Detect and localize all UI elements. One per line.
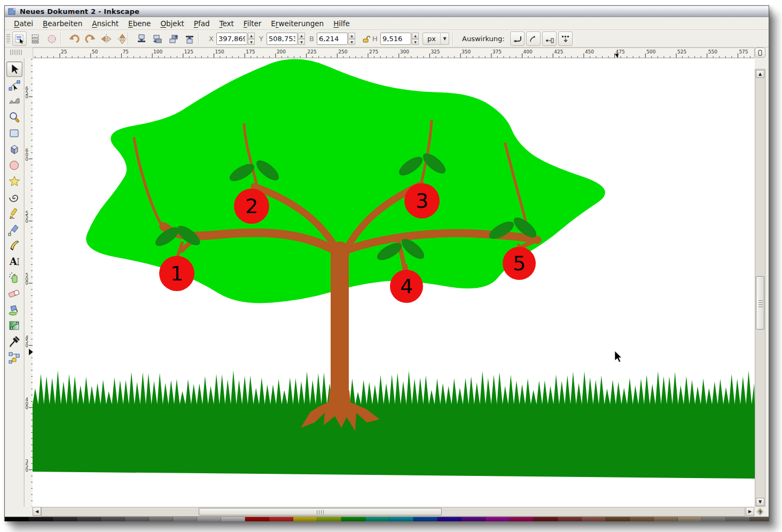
- palette-swatch[interactable]: [606, 517, 630, 521]
- star-tool[interactable]: [6, 174, 22, 189]
- horizontal-ruler[interactable]: 2550751001251501752002252502753003253503…: [33, 48, 755, 58]
- raise-to-top-button[interactable]: [182, 32, 197, 46]
- palette-swatch[interactable]: [630, 517, 654, 521]
- menu-text[interactable]: Text: [215, 18, 239, 29]
- selector-tool[interactable]: [6, 61, 22, 77]
- palette-swatch[interactable]: [510, 517, 534, 521]
- paint-bucket-tool[interactable]: [6, 302, 22, 317]
- connector-tool[interactable]: [6, 350, 22, 365]
- palette-swatch[interactable]: [750, 517, 769, 521]
- box-3d-tool[interactable]: [6, 142, 22, 157]
- palette-swatch[interactable]: [654, 517, 678, 521]
- rotate-cw-button[interactable]: [83, 32, 97, 46]
- palette-swatch[interactable]: [197, 517, 221, 521]
- y-spinner[interactable]: ▲▼: [298, 33, 305, 45]
- affect-stroke-width-button[interactable]: [510, 32, 525, 46]
- pencil-tool[interactable]: [6, 206, 22, 221]
- palette-swatch[interactable]: [77, 517, 101, 521]
- palette-swatch[interactable]: [437, 517, 462, 521]
- menu-objekt[interactable]: Objekt: [155, 18, 189, 29]
- horizontal-scrollbar[interactable]: [41, 507, 745, 517]
- sticky-zoom-button[interactable]: [755, 48, 765, 58]
- palette-swatch[interactable]: [125, 517, 149, 521]
- palette-swatch[interactable]: [486, 517, 510, 521]
- ellipse-tool[interactable]: [6, 158, 22, 173]
- vertical-ruler[interactable]: 650600550500450400350: [24, 58, 33, 507]
- height-spinner[interactable]: ▲▼: [412, 33, 419, 45]
- width-field[interactable]: [317, 33, 348, 45]
- toolbox-grip[interactable]: [10, 50, 22, 55]
- deselect-button[interactable]: [44, 32, 59, 46]
- x-spinner[interactable]: ▲▼: [248, 33, 255, 45]
- dropper-tool[interactable]: [6, 334, 22, 349]
- calligraphy-tool[interactable]: [6, 238, 22, 253]
- menu-erweiterungen[interactable]: Erweiterungen: [266, 18, 329, 29]
- spiral-tool[interactable]: [6, 190, 22, 205]
- palette-swatch[interactable]: [173, 517, 197, 521]
- eraser-tool[interactable]: [6, 286, 22, 301]
- palette-swatch[interactable]: [678, 517, 702, 521]
- menu-datei[interactable]: Datei: [9, 18, 38, 29]
- palette-swatch[interactable]: [462, 517, 486, 521]
- palette-swatch[interactable]: [582, 517, 606, 521]
- palette-swatch[interactable]: [702, 517, 726, 521]
- menu-ebene[interactable]: Ebene: [123, 18, 155, 29]
- palette-swatch[interactable]: [245, 517, 269, 521]
- text-tool[interactable]: A: [6, 254, 22, 269]
- menu-filter[interactable]: Filter: [239, 18, 266, 29]
- spray-tool[interactable]: [6, 270, 22, 285]
- y-field[interactable]: [267, 33, 298, 45]
- width-spinner[interactable]: ▲▼: [348, 33, 355, 45]
- x-field[interactable]: [216, 33, 247, 45]
- toolbar-grip[interactable]: [6, 34, 10, 43]
- lower-one-step-button[interactable]: [150, 32, 165, 46]
- palette-swatch[interactable]: [149, 517, 173, 521]
- palette-swatch[interactable]: [29, 517, 53, 521]
- lock-ratio-icon[interactable]: [358, 32, 373, 46]
- palette-swatch[interactable]: [221, 517, 245, 521]
- node-editor-tool[interactable]: [6, 77, 22, 93]
- unit-dropdown[interactable]: px ▼: [423, 33, 449, 45]
- palette-swatch[interactable]: [101, 517, 125, 521]
- palette-swatch[interactable]: [389, 517, 413, 521]
- flip-vertical-button[interactable]: [115, 32, 129, 46]
- rectangle-tool[interactable]: [6, 126, 22, 141]
- palette-swatch[interactable]: [317, 517, 341, 521]
- zoom-tool[interactable]: [6, 109, 22, 125]
- palette-swatch[interactable]: [53, 517, 77, 521]
- palette-swatch[interactable]: [5, 517, 29, 521]
- lower-to-bottom-button[interactable]: [134, 32, 148, 46]
- palette-swatch[interactable]: [534, 517, 558, 521]
- scroll-up-button[interactable]: ▲: [756, 70, 764, 78]
- palette-swatch[interactable]: [269, 517, 293, 521]
- bezier-pen-tool[interactable]: [6, 222, 22, 237]
- palette-swatch[interactable]: [413, 517, 437, 521]
- scroll-right-button[interactable]: ▶: [746, 507, 754, 516]
- raise-one-step-button[interactable]: [166, 32, 181, 46]
- scroll-down-button[interactable]: ▼: [756, 498, 764, 506]
- horizontal-scroll-thumb[interactable]: [199, 508, 442, 515]
- palette-swatch[interactable]: [365, 517, 389, 521]
- height-field[interactable]: [380, 33, 411, 45]
- palette-swatch[interactable]: [726, 517, 750, 521]
- menu-ansicht[interactable]: Ansicht: [87, 18, 123, 29]
- affect-patterns-button[interactable]: [558, 32, 573, 46]
- tweak-tool[interactable]: [6, 93, 22, 109]
- affect-gradients-button[interactable]: [542, 32, 557, 46]
- color-palette[interactable]: [5, 517, 769, 521]
- rotate-ccw-button[interactable]: [67, 32, 81, 46]
- menu-pfad[interactable]: Pfad: [189, 18, 215, 29]
- vertical-scroll-thumb[interactable]: [756, 276, 764, 330]
- palette-swatch[interactable]: [293, 517, 317, 521]
- palette-swatch[interactable]: [558, 517, 582, 521]
- menu-hilfe[interactable]: Hilfe: [329, 18, 355, 29]
- scroll-left-button[interactable]: ◀: [33, 507, 41, 516]
- menu-bearbeiten[interactable]: Bearbeiten: [38, 18, 87, 29]
- vertical-scrollbar[interactable]: ▲ ▼: [755, 69, 765, 507]
- canvas[interactable]: 12345: [33, 58, 755, 507]
- affect-corners-button[interactable]: [526, 32, 541, 46]
- color-management-icon[interactable]: [756, 507, 764, 516]
- gradient-tool[interactable]: [6, 318, 22, 333]
- palette-swatch[interactable]: [341, 517, 365, 521]
- titlebar[interactable]: Neues Dokument 2 - Inkscape: [5, 6, 769, 17]
